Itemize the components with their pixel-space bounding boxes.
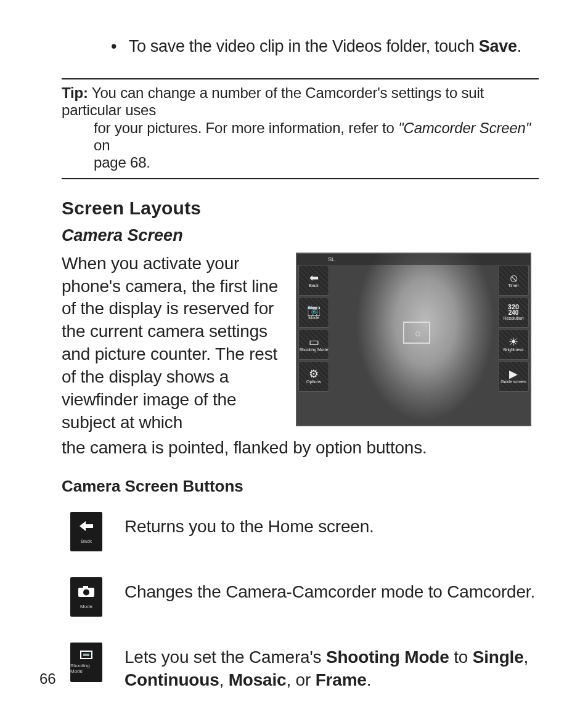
screenshot-mode-button[interactable]: 📷Mode <box>298 297 329 328</box>
icon-caption: Shooting Mode <box>70 663 102 674</box>
screenshot-timer-button[interactable]: ⦸Timer <box>498 265 529 296</box>
button-description: Lets you set the Camera's Shooting Mode … <box>125 643 539 691</box>
page-number: 66 <box>39 670 56 688</box>
sbtn-label: Options <box>306 379 321 384</box>
heading-screen-layouts: Screen Layouts <box>62 198 539 219</box>
desc-bold: Shooting Mode <box>326 647 449 667</box>
rect-icon: ▭ <box>309 336 319 347</box>
status-left: SL <box>328 256 335 262</box>
screenshot-left-column: ⬅Back 📷Mode ▭Shooting Mode ⚙Options <box>298 265 329 423</box>
desc-bold: Frame <box>316 670 367 689</box>
screenshot-resolution-button[interactable]: 320240Resolution <box>498 297 529 328</box>
sbtn-label: Mode <box>308 315 319 320</box>
resolution-sub: 240 <box>508 309 519 316</box>
icon-caption: Back <box>81 538 92 544</box>
screenshot-back-button[interactable]: ⬅Back <box>298 265 329 296</box>
screenshot-shooting-mode-button[interactable]: ▭Shooting Mode <box>298 329 329 360</box>
desc-text: . <box>367 670 372 689</box>
screenshot-right-column: ⦸Timer 320240Resolution ☀Brightness ▶Gui… <box>498 265 529 423</box>
desc-bold: Single <box>473 647 524 667</box>
desc-text: Returns you to the Home screen. <box>125 517 374 536</box>
screenshot-guide-button[interactable]: ▶Guide screen <box>498 361 529 392</box>
desc-text: , or <box>286 670 315 689</box>
tip-block: Tip: You can change a number of the Camc… <box>62 84 539 172</box>
button-description: Returns you to the Home screen. <box>125 512 374 538</box>
screenshot-options-button[interactable]: ⚙Options <box>298 361 329 392</box>
screenshot-brightness-button[interactable]: ☀Brightness <box>498 329 529 360</box>
desc-text: Changes the Camera-Camcorder mode to Cam… <box>125 582 535 601</box>
button-description: Changes the Camera-Camcorder mode to Cam… <box>125 577 535 603</box>
tip-line1: You can change a number of the Camcorder… <box>62 84 484 118</box>
sbtn-label: Back <box>309 283 319 288</box>
shoot-icon <box>80 651 92 659</box>
gear-icon: ⚙ <box>309 368 319 379</box>
save-bullet: • To save the video clip in the Videos f… <box>111 37 539 56</box>
desc-text: to <box>449 647 473 667</box>
tip-ref: "Camcorder Screen" <box>398 120 531 136</box>
shoot-button-icon: Shooting Mode <box>70 643 102 682</box>
tip-label: Tip: <box>62 84 88 101</box>
bullet-pre: To save the video clip in the Videos fol… <box>129 37 479 55</box>
tip-line2b: on <box>94 137 110 153</box>
arrow-left-icon: ⬅ <box>309 272 319 283</box>
desc-text: , <box>219 670 229 689</box>
timer-off-icon: ⦸ <box>510 272 517 283</box>
back-icon <box>78 520 94 535</box>
sbtn-label: Brightness <box>503 347 523 352</box>
rule-bottom <box>62 178 539 179</box>
button-row: ModeChanges the Camera-Camcorder mode to… <box>62 577 539 617</box>
icon-caption: Mode <box>80 604 92 609</box>
camera-screen-paragraph: When you activate your phone's camera, t… <box>62 253 284 435</box>
screenshot-topbar: SL <box>297 254 530 265</box>
bullet-post: . <box>517 37 521 55</box>
button-row: Shooting ModeLets you set the Camera's S… <box>62 643 539 691</box>
desc-bold: Mosaic <box>229 670 287 689</box>
heading-camera-screen: Camera Screen <box>62 226 539 245</box>
camera-screenshot: SL ⬅Back 📷Mode ▭Shooting Mode ⚙Options ⦸… <box>296 253 531 426</box>
heading-camera-screen-buttons: Camera Screen Buttons <box>62 477 539 496</box>
back-button-icon: Back <box>70 512 102 551</box>
sbtn-label: Guide screen <box>500 379 526 384</box>
tip-line2: for your pictures. For more information,… <box>94 120 398 136</box>
desc-text: Lets you set the Camera's <box>125 647 326 667</box>
play-icon: ▶ <box>509 368 518 379</box>
rule-top <box>62 78 539 79</box>
camera-icon <box>78 585 95 600</box>
desc-text: , <box>524 647 529 667</box>
camera-button-icon: Mode <box>70 577 102 617</box>
svg-point-2 <box>83 589 89 595</box>
sbtn-label: Timer <box>508 283 519 288</box>
desc-bold: Continuous <box>125 670 219 689</box>
camera-screen-paragraph-cont: the camera is pointed, flanked by option… <box>62 437 539 460</box>
camera-icon: 📷 <box>307 304 321 315</box>
tip-line3: page 68. <box>62 154 539 171</box>
focus-indicator-icon <box>403 322 430 344</box>
svg-rect-1 <box>83 586 88 588</box>
sbtn-label: Shooting Mode <box>299 347 328 352</box>
brightness-icon: ☀ <box>508 336 518 347</box>
button-row: BackReturns you to the Home screen. <box>62 512 539 551</box>
bullet-bold: Save <box>479 37 517 55</box>
bullet-dot: • <box>111 37 125 56</box>
sbtn-label: Resolution <box>503 316 523 320</box>
